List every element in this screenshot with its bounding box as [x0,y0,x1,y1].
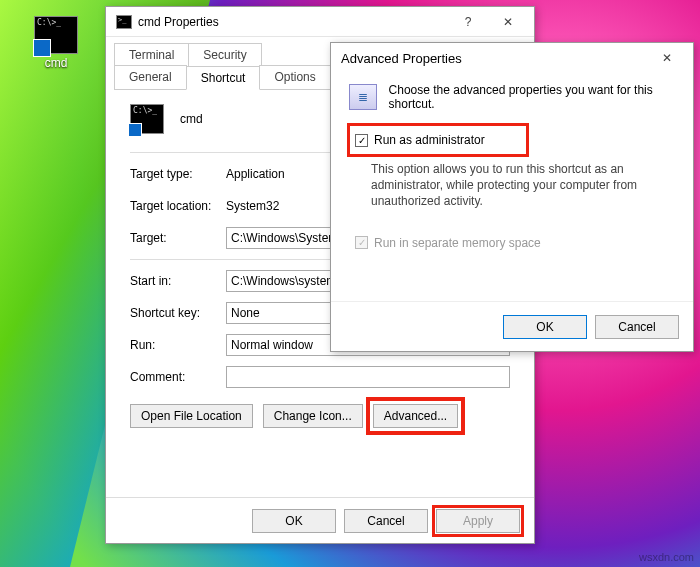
tab-terminal[interactable]: Terminal [114,43,189,66]
cancel-button[interactable]: Cancel [595,315,679,339]
tab-options[interactable]: Options [259,65,330,89]
help-button[interactable]: ? [448,8,488,36]
apply-button[interactable]: Apply [436,509,520,533]
titlebar[interactable]: cmd Properties ? ✕ [106,7,534,37]
run-as-admin-description: This option allows you to run this short… [371,161,675,210]
dialog-footer: OK Cancel Apply [106,497,534,543]
desktop-shortcut-label: cmd [28,56,84,70]
tab-general[interactable]: General [114,65,187,89]
separate-memory-label: Run in separate memory space [374,236,541,250]
watermark: wsxdn.com [639,551,694,563]
dialog-footer: OK Cancel [331,301,693,351]
advanced-heading: Choose the advanced properties you want … [389,83,675,111]
checkbox-disabled-icon: ✓ [355,236,368,249]
checkbox-checked-icon: ✓ [355,134,368,147]
target-label: Target: [130,231,226,245]
change-icon-button[interactable]: Change Icon... [263,404,363,428]
comment-input[interactable] [226,366,510,388]
advanced-properties-dialog: Advanced Properties ✕ ≣ Choose the advan… [330,42,694,352]
run-as-administrator-checkbox[interactable]: ✓ Run as administrator [351,127,525,153]
shortcut-large-icon [130,104,164,134]
open-file-location-button[interactable]: Open File Location [130,404,253,428]
target-location-label: Target location: [130,199,226,213]
close-button[interactable]: ✕ [488,8,528,36]
titlebar[interactable]: Advanced Properties ✕ [331,43,693,73]
cancel-button[interactable]: Cancel [344,509,428,533]
target-type-label: Target type: [130,167,226,181]
target-type-value: Application [226,163,285,185]
desktop-shortcut-cmd[interactable]: cmd [28,16,84,70]
separate-memory-checkbox: ✓ Run in separate memory space [351,230,581,256]
window-title: cmd Properties [138,15,448,29]
close-button[interactable]: ✕ [647,44,687,72]
advanced-button[interactable]: Advanced... [373,404,458,428]
run-as-admin-label: Run as administrator [374,133,485,147]
shortcut-name: cmd [180,112,203,126]
target-location-value: System32 [226,195,279,217]
ok-button[interactable]: OK [252,509,336,533]
tab-shortcut[interactable]: Shortcut [186,66,261,90]
shortcutkey-label: Shortcut key: [130,306,226,320]
tab-security[interactable]: Security [188,43,261,66]
properties-icon: ≣ [349,84,377,110]
cmd-icon [116,15,132,29]
cmd-icon [34,16,78,54]
ok-button[interactable]: OK [503,315,587,339]
run-label: Run: [130,338,226,352]
startin-label: Start in: [130,274,226,288]
comment-label: Comment: [130,370,226,384]
window-title: Advanced Properties [341,51,647,66]
